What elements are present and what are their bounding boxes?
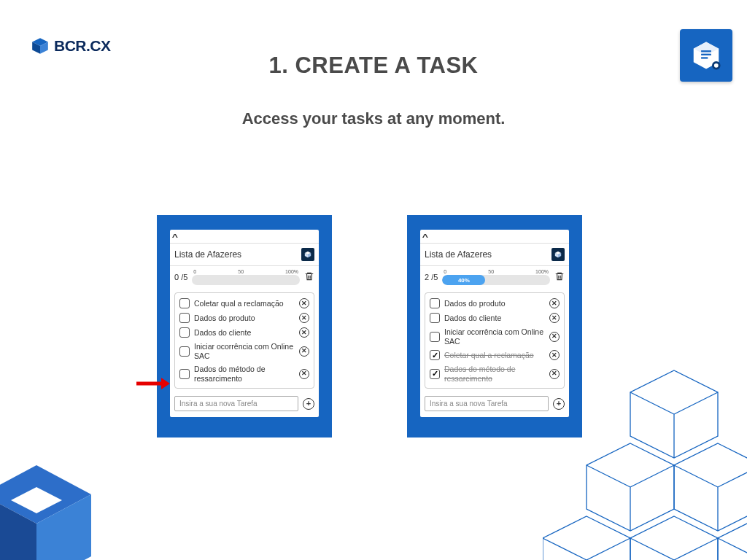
task-text: Dados do cliente xyxy=(444,314,545,323)
task-text: Dados do produto xyxy=(194,314,295,323)
tick-0: 0 xyxy=(444,269,446,274)
task-text: Iniciar ocorrência com Online SAC xyxy=(444,327,545,346)
task-text: Dados do produto xyxy=(444,299,545,308)
arrow-icon xyxy=(135,376,170,392)
cube-icon[interactable] xyxy=(551,248,565,261)
task-row: Dados do método de ressarcimento✕ xyxy=(177,362,312,385)
checkbox[interactable] xyxy=(179,298,190,308)
svg-line-32 xyxy=(718,465,747,487)
cube-icon[interactable] xyxy=(301,248,314,261)
screenshot-before: ^ Lista de Afazeres 0 /5 0 50 100% xyxy=(157,215,332,438)
svg-line-24 xyxy=(674,392,718,414)
collapse-icon[interactable]: ^ xyxy=(172,233,178,241)
decorative-wireframe xyxy=(543,341,747,560)
svg-marker-42 xyxy=(543,516,630,560)
add-button[interactable]: + xyxy=(303,398,314,410)
svg-marker-38 xyxy=(718,516,747,560)
task-row: Dados do cliente✕ xyxy=(177,325,312,340)
checkbox[interactable] xyxy=(430,369,440,379)
tick-100: 100% xyxy=(285,269,298,274)
delete-icon[interactable]: ✕ xyxy=(549,332,560,342)
task-row: Dados do produto✕ xyxy=(427,296,562,311)
svg-line-28 xyxy=(630,465,674,487)
checkbox[interactable] xyxy=(179,346,190,357)
task-text: Dados do método de ressarcimento xyxy=(444,365,545,383)
new-task-input[interactable]: Insira a sua nova Tarefa xyxy=(425,396,549,411)
tick-50: 50 xyxy=(238,269,244,274)
svg-line-35 xyxy=(630,538,674,560)
task-row: Coletar qual a reclamação✕ xyxy=(177,296,312,311)
delete-icon[interactable]: ✕ xyxy=(299,346,309,357)
checkbox[interactable] xyxy=(179,313,190,323)
task-text: Coletar qual a reclamação xyxy=(444,351,545,360)
tick-100: 100% xyxy=(535,269,549,274)
checkbox[interactable] xyxy=(430,350,440,360)
tick-50: 50 xyxy=(488,269,494,274)
checkbox[interactable] xyxy=(179,327,190,338)
task-text: Dados do cliente xyxy=(194,328,295,338)
delete-icon[interactable]: ✕ xyxy=(549,313,560,323)
svg-marker-30 xyxy=(674,443,747,531)
progress-count: 2 /5 xyxy=(425,273,438,281)
svg-line-31 xyxy=(674,465,718,487)
task-row: Dados do cliente✕ xyxy=(427,311,562,325)
delete-icon[interactable]: ✕ xyxy=(299,327,309,338)
svg-marker-11 xyxy=(161,378,170,389)
task-row: Dados do produto✕ xyxy=(177,311,312,325)
progress-bar: 40% xyxy=(442,275,550,285)
checkbox[interactable] xyxy=(430,298,440,308)
svg-line-44 xyxy=(587,538,630,560)
checkbox[interactable] xyxy=(179,369,190,379)
delete-icon[interactable]: ✕ xyxy=(549,298,560,308)
delete-icon[interactable]: ✕ xyxy=(299,313,309,323)
progress-count: 0 /5 xyxy=(174,273,187,281)
trash-icon[interactable] xyxy=(554,271,565,284)
svg-line-36 xyxy=(674,538,718,560)
svg-line-27 xyxy=(587,465,630,487)
task-text: Dados do método de ressarcimento xyxy=(194,365,295,383)
delete-icon[interactable]: ✕ xyxy=(299,298,309,308)
svg-line-39 xyxy=(718,538,747,560)
panel-title: Lista de Afazeres xyxy=(174,249,241,260)
task-row: Iniciar ocorrência com Online SAC✕ xyxy=(177,340,312,362)
task-text: Coletar qual a reclamação xyxy=(194,299,295,308)
decorative-cube xyxy=(0,458,95,560)
checkbox[interactable] xyxy=(430,332,440,342)
task-text: Iniciar ocorrência com Online SAC xyxy=(194,342,295,360)
tick-0: 0 xyxy=(193,269,196,274)
page-subtitle: Access your tasks at any moment. xyxy=(0,109,747,128)
progress-bar xyxy=(192,275,300,285)
delete-icon[interactable]: ✕ xyxy=(299,369,309,379)
svg-line-43 xyxy=(543,538,587,560)
svg-marker-34 xyxy=(630,516,718,560)
progress-fill: 40% xyxy=(442,275,485,285)
trash-icon[interactable] xyxy=(304,271,314,284)
collapse-icon[interactable]: ^ xyxy=(422,233,428,241)
svg-line-23 xyxy=(630,392,674,414)
page-title: 1. CREATE A TASK xyxy=(0,52,747,79)
panel-title: Lista de Afazeres xyxy=(425,249,492,260)
new-task-input[interactable]: Insira a sua nova Tarefa xyxy=(174,396,298,411)
checkbox[interactable] xyxy=(430,313,440,323)
